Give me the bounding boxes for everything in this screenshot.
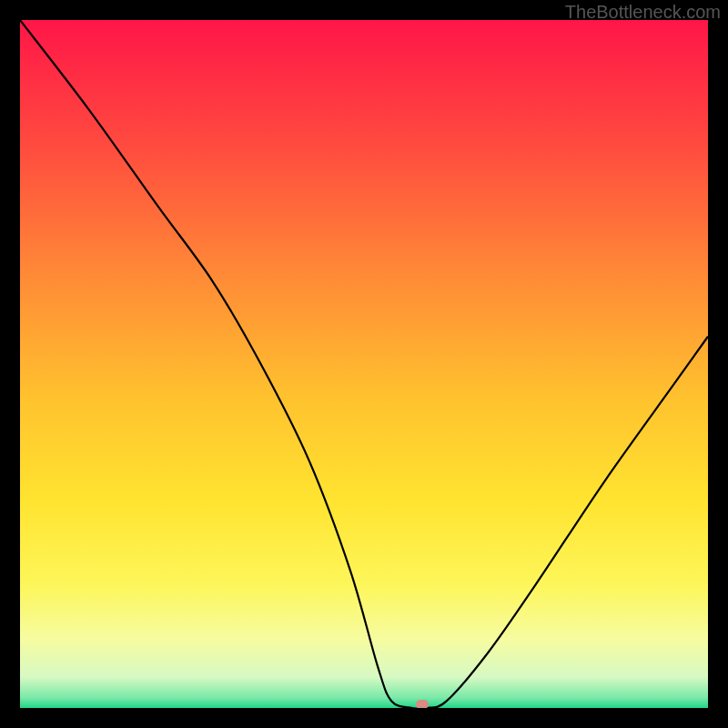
watermark-text: TheBottleneck.com [565,2,721,23]
chart-curve [20,20,708,708]
bottleneck-chart [20,20,708,708]
optimal-marker [416,700,429,708]
bottleneck-path [20,20,708,708]
